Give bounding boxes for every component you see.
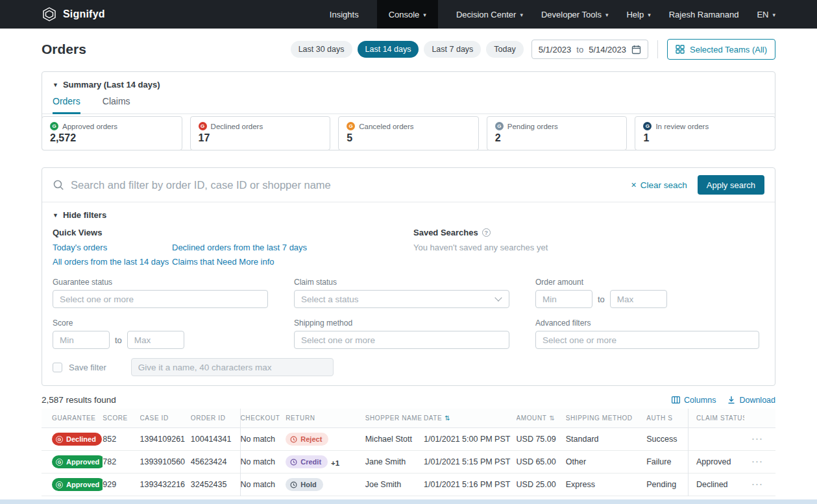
cell-amount: USD 75.09 <box>517 428 566 451</box>
nav-item-language[interactable]: EN▾ <box>757 0 775 29</box>
filter-score: Score to <box>53 318 268 349</box>
filters-body: ▼ Hide filters Quick Views Today's order… <box>42 202 775 385</box>
col-order-id[interactable]: ORDER ID <box>191 409 240 428</box>
cell-return: Credit+1 <box>286 451 365 474</box>
filter-label: Claim status <box>294 278 509 287</box>
sort-icon[interactable]: ⇅ <box>549 414 555 422</box>
guarantee-status-input[interactable] <box>53 290 268 308</box>
claim-status-select[interactable] <box>294 290 509 308</box>
cell-score: 782 <box>103 451 140 474</box>
columns-label: Columns <box>684 396 716 405</box>
filter-label: Score <box>53 318 268 328</box>
row-actions-button[interactable]: ··· <box>752 435 764 444</box>
nav-item-developer-tools[interactable]: Developer Tools▾ <box>541 0 609 29</box>
selected-teams-button[interactable]: Selected Teams (All) <box>667 39 775 60</box>
quick-view-claims-need-more-info[interactable]: Claims that Need More info <box>172 256 413 269</box>
guarantee-badge: GApproved <box>52 478 103 491</box>
col-score[interactable]: SCORE <box>103 409 140 428</box>
saved-searches-empty-text: You haven't saved any searches yet <box>413 243 764 252</box>
stat-label: In review orders <box>655 123 709 130</box>
nav-item-help[interactable]: Help▾ <box>626 0 650 29</box>
save-filter-checkbox[interactable] <box>53 363 62 372</box>
cell-shopper-name: Jane Smith <box>365 451 424 474</box>
nav-item-decision-center[interactable]: Decision Center▾ <box>456 0 523 29</box>
hide-filters-toggle[interactable]: ▼ Hide filters <box>53 210 764 220</box>
table-row[interactable]: GDeclined 852 1394109261 100414341 No ma… <box>42 428 775 451</box>
chevron-down-icon: ▾ <box>423 12 426 18</box>
cell-order-id: 32452435 <box>191 474 240 496</box>
summary-collapse-toggle[interactable]: ▼ Summary (Last 14 days) <box>42 72 775 90</box>
nav-item-insights[interactable]: Insights <box>330 0 359 29</box>
row-actions-button[interactable]: ··· <box>752 457 764 466</box>
col-shipping-method[interactable]: SHIPPING METHOD <box>566 409 646 428</box>
date-separator: to <box>576 45 583 54</box>
save-filter-name-input[interactable] <box>131 358 334 376</box>
summary-title: Summary (Last 14 days) <box>63 80 160 90</box>
brand-logo[interactable]: Signifyd <box>42 6 105 22</box>
calendar-icon <box>631 45 641 54</box>
col-date[interactable]: DATE⇅ <box>424 409 517 428</box>
col-amount[interactable]: AMOUNT⇅ <box>517 409 566 428</box>
help-icon[interactable]: ? <box>482 228 491 237</box>
date-from: 5/1/2023 <box>539 45 572 54</box>
download-button[interactable]: Download <box>727 396 775 405</box>
score-min-input[interactable] <box>53 331 110 349</box>
nav-items: Insights Console▾ Decision Center▾ Devel… <box>330 0 775 29</box>
apply-search-button[interactable]: Apply search <box>698 175 764 195</box>
tab-claims[interactable]: Claims <box>103 96 130 114</box>
quick-views-block: Quick Views Today's orders Declined orde… <box>53 228 413 269</box>
range-pill-last-30-days[interactable]: Last 30 days <box>291 41 352 58</box>
col-claim-status[interactable]: CLAIM STATUS <box>688 409 744 428</box>
search-input[interactable] <box>71 179 625 191</box>
stat-card-pending-orders: GPending orders 2 <box>487 116 628 150</box>
return-clock-icon <box>290 459 297 466</box>
nav-item-console[interactable]: Console▾ <box>377 0 438 29</box>
table-actions: Columns Download <box>672 396 775 405</box>
search-filter-section: × Clear seach Apply search ▼ Hide filter… <box>42 167 775 386</box>
col-guarantee[interactable]: GUARANTEE <box>42 409 103 428</box>
nav-label: Help <box>626 10 644 19</box>
cell-auth-status: Success <box>646 428 688 451</box>
cell-shopper-name: Michael Stott <box>365 428 424 451</box>
col-shopper-name[interactable]: SHOPPER NAME <box>365 409 424 428</box>
order-amount-max-input[interactable] <box>610 290 667 308</box>
order-amount-min-input[interactable] <box>535 290 592 308</box>
nav-label: Developer Tools <box>541 10 602 19</box>
bottom-edge-strip <box>0 499 817 504</box>
table-row[interactable]: GApproved 782 1393910560 45623424 No mat… <box>42 451 775 474</box>
col-return[interactable]: RETURN <box>286 409 365 428</box>
range-pill-last-14-days[interactable]: Last 14 days <box>358 41 419 58</box>
advanced-filters-input[interactable] <box>535 331 759 349</box>
date-range-picker[interactable]: 5/1/2023 to 5/14/2023 <box>531 40 648 59</box>
guarantee-status-icon: G <box>50 122 58 130</box>
score-max-input[interactable] <box>127 331 184 349</box>
shipping-method-input[interactable] <box>294 331 509 349</box>
columns-button[interactable]: Columns <box>672 396 716 405</box>
table-row[interactable]: GApproved 929 1393432216 32452435 No mat… <box>42 474 775 496</box>
quick-view-todays-orders[interactable]: Today's orders <box>53 241 172 254</box>
clear-search-link[interactable]: × Clear seach <box>631 180 687 190</box>
filter-label: Guarantee status <box>53 278 268 287</box>
range-pill-today[interactable]: Today <box>486 41 523 58</box>
stat-card-canceled-orders: GCanceled orders 5 <box>338 116 479 150</box>
row-actions-button[interactable]: ··· <box>752 480 764 489</box>
cell-actions: ··· <box>744 474 775 496</box>
claim-status-input[interactable] <box>294 290 509 308</box>
sort-icon[interactable]: ⇅ <box>445 414 450 422</box>
table-body: GDeclined 852 1394109261 100414341 No ma… <box>42 428 775 496</box>
cell-order-id: 100414341 <box>191 428 240 451</box>
cell-date: 1/01/2021 5:15 PM PST <box>424 451 517 474</box>
quick-view-all-orders-last-14-days[interactable]: All orders from the last 14 days <box>53 256 172 269</box>
quick-view-declined-last-7-days[interactable]: Declined orders from the last 7 days <box>172 241 413 254</box>
range-pill-last-7-days[interactable]: Last 7 days <box>424 41 481 58</box>
col-checkout[interactable]: CHECKOUT <box>240 409 286 428</box>
col-case-id[interactable]: CASE ID <box>140 409 191 428</box>
cell-claim-status: Approved <box>688 451 744 474</box>
download-label: Download <box>739 396 775 405</box>
col-auth-status[interactable]: AUTH S <box>646 409 688 428</box>
quick-views-row: Quick Views Today's orders Declined orde… <box>53 228 764 269</box>
tab-orders[interactable]: Orders <box>53 96 80 114</box>
nav-label: Decision Center <box>456 10 517 19</box>
nav-item-user[interactable]: Rajesh Ramanand <box>669 0 739 29</box>
cell-actions: ··· <box>744 428 775 451</box>
